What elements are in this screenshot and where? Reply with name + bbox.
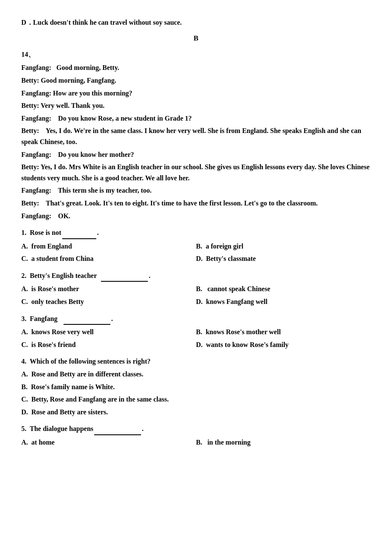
option-2d: D. knows Fangfang well <box>196 296 371 307</box>
option-2c: C. only teaches Betty <box>21 296 196 307</box>
option-5b: B. in the morning <box>196 437 371 448</box>
dialogue-line-3: Fangfang: How are you this morning? <box>21 88 371 99</box>
dialogue-line-6: Betty: Yes, I do. We're in the same clas… <box>21 125 371 147</box>
option-3d: D. wants to know Rose's family <box>196 339 371 350</box>
dialogue-block: Fangfang: Good morning, Betty. Betty: Go… <box>21 62 371 221</box>
blank-1 <box>62 227 96 239</box>
option-1d: D. Betty's classmate <box>196 253 371 264</box>
dialogue-line-2: Betty: Good morning, Fangfang. <box>21 75 371 86</box>
option-1a: A. from England <box>21 241 196 252</box>
dialogue-line-4: Betty: Very well. Thank you. <box>21 100 371 111</box>
option-1b: B. a foreign girl <box>196 241 371 252</box>
option-2a: A. is Rose's mother <box>21 283 196 295</box>
question-1-block: 1. Rose is not . <box>21 227 371 239</box>
option-4b: B. Rose's family name is White. <box>21 382 371 393</box>
dialogue-line-9: Fangfang: This term she is my teacher, t… <box>21 185 371 196</box>
question-3-block: 3. Fangfang . <box>21 313 371 325</box>
dialogue-line-7: Fangfang: Do you know her mother? <box>21 149 371 160</box>
question-3-options-2: C. is Rose's friend D. wants to know Ros… <box>21 339 371 350</box>
option-4c: C. Betty, Rose and Fangfang are in the s… <box>21 394 371 405</box>
option-3b: B. knows Rose's mother well <box>196 327 371 338</box>
blank-2 <box>101 270 148 282</box>
question-1-options: A. from England B. a foreign girl <box>21 241 371 252</box>
question-3-options: A. knows Rose very well B. knows Rose's … <box>21 327 371 338</box>
question-intro: 14、 <box>21 49 371 60</box>
option-4a: A. Rose and Betty are in different class… <box>21 369 371 380</box>
dialogue-line-8: Betty: Yes, I do. Mrs White is an Englis… <box>21 162 371 183</box>
question-2-block: 2. Betty's English teacher . <box>21 270 371 282</box>
blank-3 <box>63 313 110 325</box>
dialogue-line-1: Fangfang: Good morning, Betty. <box>21 62 371 73</box>
question-5-options: A. at home B. in the morning <box>21 437 371 448</box>
dialogue-line-5: Fangfang: Do you know Rose, a new studen… <box>21 113 371 124</box>
blank-5 <box>94 423 141 435</box>
option-3a: A. knows Rose very well <box>21 327 196 338</box>
option-2b: B. cannot speak Chinese <box>196 283 371 295</box>
question-5-block: 5. The dialogue happens . <box>21 423 371 435</box>
option-5a: A. at home <box>21 437 196 448</box>
option-4d: D. Rose and Betty are sisters. <box>21 407 371 418</box>
question-4-block: 4. Which of the following sentences is r… <box>21 356 371 367</box>
question-1-options-2: C. a student from China D. Betty's class… <box>21 253 371 264</box>
center-b-label: B <box>21 32 371 44</box>
option-3c: C. is Rose's friend <box>21 339 196 350</box>
dialogue-line-11: Fangfang: OK. <box>21 211 371 222</box>
option-1c: C. a student from China <box>21 253 196 264</box>
question-2-options-2: C. only teaches Betty D. knows Fangfang … <box>21 296 371 307</box>
section-d-line: D．Luck doesn't think he can travel witho… <box>21 17 371 28</box>
question-2-options: A. is Rose's mother B. cannot speak Chin… <box>21 283 371 295</box>
dialogue-line-10: Betty: That's great. Look. It's ten to e… <box>21 198 371 209</box>
